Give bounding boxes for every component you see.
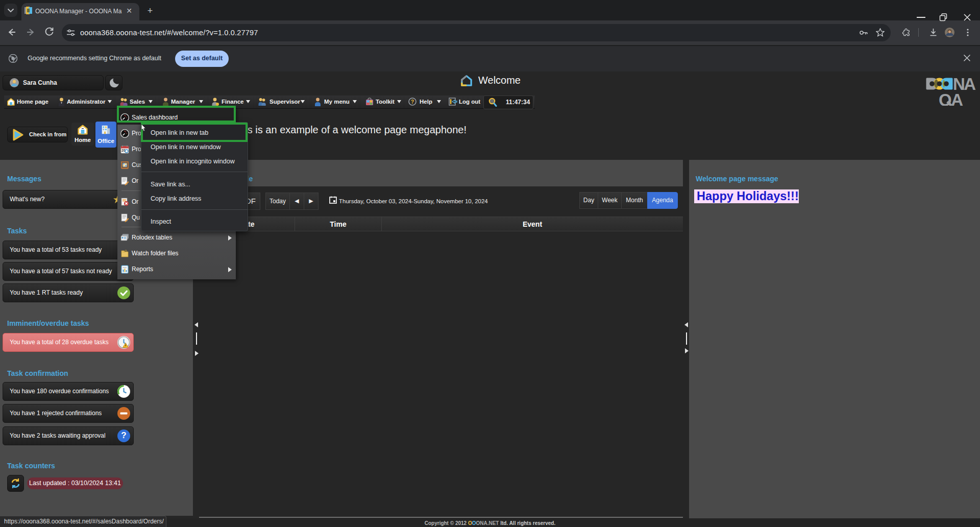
svg-text:?: ? xyxy=(411,99,414,105)
svg-text:QA: QA xyxy=(939,90,963,106)
